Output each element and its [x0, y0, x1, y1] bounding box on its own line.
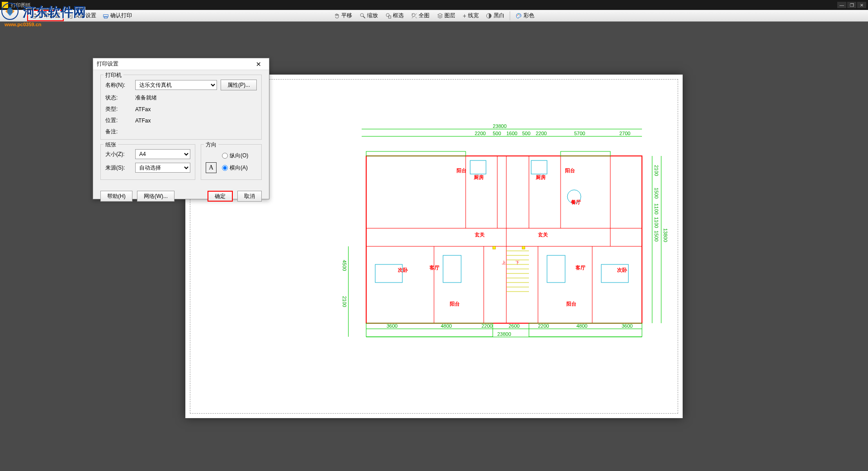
app-title: 打印图纸	[11, 2, 31, 9]
toolbar: 打印设置 页面设置 确认打印 平移 缩放 框选 全图 图层	[0, 10, 868, 22]
layers-button[interactable]: 图层	[434, 10, 458, 21]
app-icon	[2, 2, 8, 8]
paper-source-label: 来源(S):	[105, 164, 132, 172]
svg-rect-46	[547, 255, 565, 283]
orientation-group: 方向 纵向(O) A 横向(A)	[201, 144, 262, 180]
status-value: 准备就绪	[135, 94, 257, 102]
svg-line-9	[363, 16, 365, 18]
svg-point-16	[519, 14, 520, 15]
dialog-close-button[interactable]: ✕	[252, 60, 265, 69]
comment-label: 备注:	[105, 128, 132, 136]
paper-size-select[interactable]: A4	[135, 149, 190, 159]
svg-rect-52	[522, 246, 525, 249]
window-select-button[interactable]: 框选	[382, 10, 407, 21]
printer-name-label: 名称(N):	[105, 81, 132, 89]
maximize-button[interactable]: ❐	[847, 2, 856, 8]
svg-point-14	[517, 14, 518, 15]
blackwhite-button[interactable]: 黑白	[483, 10, 508, 21]
landscape-radio[interactable]	[222, 165, 228, 171]
page-icon	[67, 13, 73, 19]
svg-rect-50	[531, 160, 547, 174]
type-value: ATFax	[135, 106, 257, 113]
page-settings-button[interactable]: 页面设置	[64, 10, 99, 21]
location-label: 位置:	[105, 117, 132, 124]
floor-plan-drawing: 23800 2200 500 1600 500 2200 5700 2700	[285, 129, 665, 382]
svg-rect-31	[561, 151, 610, 156]
dialog-titlebar[interactable]: 打印设置 ✕	[93, 58, 269, 70]
blackwhite-icon	[486, 13, 492, 19]
svg-rect-51	[493, 246, 495, 249]
printer-group: 打印机 名称(N): 达乐文传真机 属性(P)... 状态: 准备就绪 类型: …	[100, 75, 262, 140]
svg-rect-30	[366, 151, 466, 156]
extents-icon	[411, 13, 417, 19]
extents-button[interactable]: 全图	[408, 10, 433, 21]
svg-rect-45	[443, 255, 461, 283]
help-button[interactable]: 帮助(H)	[100, 191, 132, 202]
window-icon	[385, 13, 392, 19]
print-settings-dialog: 打印设置 ✕ 打印机 名称(N): 达乐文传真机 属性(P)... 状态: 准备…	[93, 58, 269, 199]
cancel-button[interactable]: 取消	[237, 191, 262, 202]
hand-icon	[334, 13, 340, 19]
svg-point-5	[69, 15, 71, 17]
layers-icon	[437, 13, 443, 19]
zoom-button[interactable]: 缩放	[356, 10, 381, 21]
color-button[interactable]: 彩色	[513, 10, 538, 21]
portrait-label[interactable]: 纵向(O)	[230, 152, 248, 160]
printer-icon	[31, 13, 37, 19]
printer-properties-button[interactable]: 属性(P)...	[221, 80, 257, 90]
lineweight-icon: +	[462, 12, 466, 19]
location-value: ATFax	[135, 118, 257, 124]
zoom-icon	[359, 13, 366, 19]
svg-rect-17	[366, 156, 642, 323]
confirm-print-button[interactable]: 确认打印	[99, 10, 135, 21]
svg-point-15	[519, 14, 519, 14]
landscape-label[interactable]: 横向(A)	[230, 164, 248, 172]
svg-point-10	[386, 13, 389, 16]
pan-button[interactable]: 平移	[330, 10, 355, 21]
palette-icon	[516, 13, 522, 19]
dialog-title: 打印设置	[97, 60, 118, 68]
printer-name-select[interactable]: 达乐文传真机	[135, 80, 217, 90]
svg-rect-32	[366, 323, 493, 337]
print-icon	[103, 13, 109, 19]
titlebar: 打印图纸 — ❐ ✕	[0, 0, 868, 10]
paper-size-label: 大小(Z):	[105, 151, 132, 158]
svg-rect-2	[33, 13, 36, 14]
svg-rect-4	[68, 13, 72, 18]
minimize-button[interactable]: —	[837, 2, 846, 8]
svg-rect-49	[470, 160, 486, 174]
portrait-radio[interactable]	[222, 153, 228, 159]
paper-group: 纸张 大小(Z): A4 来源(S): 自动选择	[100, 144, 195, 180]
paper-source-select[interactable]: 自动选择	[135, 163, 190, 173]
close-button[interactable]: ✕	[857, 2, 866, 8]
lineweight-button[interactable]: + 线宽	[459, 10, 481, 21]
print-settings-button[interactable]: 打印设置	[27, 10, 64, 21]
svg-point-8	[360, 13, 363, 16]
orientation-icon: A	[206, 162, 217, 173]
toolbar-separator	[510, 11, 510, 20]
status-label: 状态:	[105, 94, 132, 102]
network-button[interactable]: 网络(W)...	[137, 191, 175, 202]
window-controls: — ❐ ✕	[837, 2, 866, 8]
ok-button[interactable]: 确定	[208, 191, 233, 202]
type-label: 类型:	[105, 105, 132, 113]
